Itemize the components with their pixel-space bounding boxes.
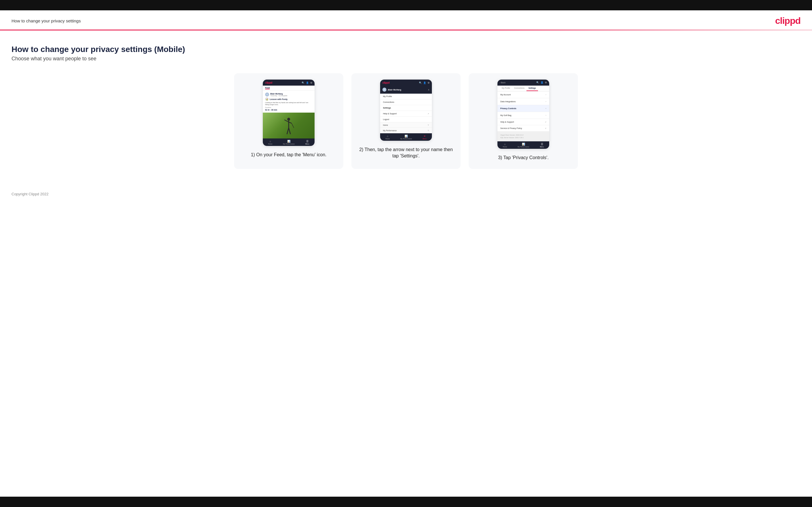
home-icon-3: ⌂ [504,143,506,146]
settings-icon: ⚙ [310,81,312,84]
phone-3-settings-header: ‹ Back 🔍 👤 ⚙ [498,79,549,86]
post-name: Blair McHarg [270,93,287,95]
menu-section-home: Home ∨ [380,122,432,128]
bottom-home-label-2: Home [386,138,390,139]
help-support-label: Help & Support [500,121,514,123]
phone-2-navbar: clippd 🔍 👤 ⚙ [380,79,432,86]
tab-my-profile: My Profile [500,86,512,91]
menu-connections: Connections [380,99,432,105]
menu-settings: Settings [380,105,432,111]
menu-my-profile: My Profile [380,94,432,99]
menu-icon-3: ☰ [541,143,543,146]
bottom-performance-3: 📊 My Performance [517,143,529,148]
phone-3-tabs: My Profile Connections Settings [498,86,549,91]
person-icon: 👤 [306,81,309,84]
page-subheading: Choose what you want people to see [11,56,801,62]
settings-privacy-controls: Privacy Controls › [498,105,549,112]
person-icon-2: 👤 [423,81,426,84]
service-privacy-label: Service & Privacy Policy [500,127,522,129]
bottom-performance-label-3: My Performance [517,146,529,148]
phone-mockup-1: clippd 🔍 👤 ⚙ Feed B Blair [263,79,314,146]
phone-1-logo: clippd [265,81,272,84]
svg-line-4 [292,123,294,128]
menu-section-home-label: Home [383,124,388,126]
step-1-desc: 1) On your Feed, tap the 'Menu' icon. [251,152,326,158]
tab-settings: Settings [526,86,538,91]
settings-data-integrations: Data Integrations › [498,98,549,105]
main-content: How to change your privacy settings (Mob… [0,39,812,186]
feed-tab-label: Feed [265,87,270,89]
step-2-desc: 2) Then, tap the arrow next to your name… [357,147,455,159]
duration-val: 01 hr : 30 min [265,109,312,111]
my-account-label: My Account [500,94,511,96]
header-divider [0,30,812,31]
header: How to change your privacy settings clip… [0,10,812,30]
back-arrow-icon: ‹ [500,81,500,83]
bottom-close: ✕ Menu [423,135,427,139]
logo: clippd [775,15,801,26]
chevron-data-integrations: › [546,100,546,103]
post-header: B Blair McHarg Yesterday · Sunningdale [265,93,312,97]
bottom-home-label-3: Home [503,146,507,148]
golf-image [263,113,314,138]
settings-my-account: My Account › [498,91,549,98]
search-icon-2: 🔍 [419,81,422,84]
svg-point-0 [287,118,290,121]
menu-help-support: Help & Support ↗ [380,111,432,117]
search-icon-3: 🔍 [536,81,539,84]
ext-icon-privacy: ↗ [545,127,546,129]
bottom-home-2: ⌂ Home [386,135,390,139]
bottom-performance-2: 📊 My Performance [400,135,412,139]
step-3-card: ‹ Back 🔍 👤 ⚙ My Profile Connections Sett… [469,73,578,169]
phone-1-nav-icons: 🔍 👤 ⚙ [302,81,312,84]
tab-connections: Connections [512,86,526,91]
lesson-row: ⛳ Lesson with Fordy [265,97,312,101]
duration-label: Duration [265,107,312,108]
menu-expand-arrow: ∧ [428,89,429,91]
footer: Copyright Clippd 2022 [0,186,812,202]
version-line-2: SQL Server Version: 2022.7.30-1 [500,136,546,139]
home-icon: ⌂ [269,140,271,143]
ext-link-icon: ↗ [427,113,429,115]
bottom-menu-3: ☰ Menu [540,143,544,148]
menu-logout: Logout [380,117,432,122]
phone-3-bottom-nav: ⌂ Home 📊 My Performance ☰ Menu [498,141,549,149]
post-avatar: B [265,93,269,97]
step-2-card: clippd 🔍 👤 ⚙ B Blair McHarg ∧ [351,73,461,169]
menu-section-performance-label: My Performance [383,129,397,131]
bottom-bar [0,497,812,507]
phone-1-feed-tab: Feed [263,86,314,91]
ext-icon-help: ↗ [545,121,546,123]
svg-line-6 [289,128,291,134]
settings-icon-3: ⚙ [545,81,547,84]
step-1-card: clippd 🔍 👤 ⚙ Feed B Blair [234,73,343,169]
top-bar [0,0,812,10]
header-breadcrumb: How to change your privacy settings [11,18,81,23]
settings-list: My Account › Data Integrations › Privacy… [498,91,549,131]
phone-2-nav-icons: 🔍 👤 ⚙ [419,81,429,84]
menu-avatar: B [383,88,387,92]
home-icon-2: ⌂ [387,135,388,137]
bottom-home-3: ⌂ Home [503,143,507,148]
bottom-close-label: Menu [423,138,427,139]
chart-icon-2: 📊 [405,135,408,137]
menu-user-name: Blair McHarg [388,89,401,91]
copyright-text: Copyright Clippd 2022 [11,192,49,196]
lesson-title: Lesson with Fordy [270,98,288,100]
phone-2-logo: clippd [383,81,390,84]
chevron-performance: ∨ [427,129,429,131]
search-icon: 🔍 [302,81,305,84]
chevron-home: ∨ [427,124,429,126]
bottom-menu: ☰ Menu [305,140,309,145]
back-button: ‹ Back [500,81,506,83]
phone-3-nav-icons: 🔍 👤 ⚙ [536,81,547,84]
close-icon: ✕ [423,135,426,137]
chart-icon-3: 📊 [522,143,525,146]
settings-icon-2: ⚙ [427,81,429,84]
steps-row: clippd 🔍 👤 ⚙ Feed B Blair [11,73,801,169]
chart-icon: 📊 [287,140,291,143]
back-label: Back [501,81,506,83]
page-heading: How to change your privacy settings (Mob… [11,45,801,54]
phone-2-bottom-nav: ⌂ Home 📊 My Performance ✕ Menu [380,133,432,141]
bottom-menu-label: Menu [305,143,309,145]
